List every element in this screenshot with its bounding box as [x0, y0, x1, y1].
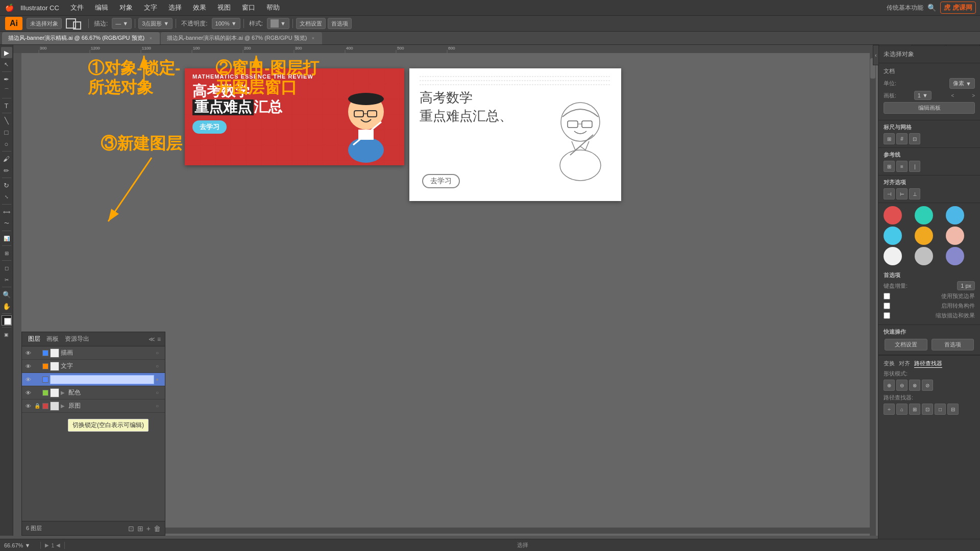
snap-bounds-checkbox[interactable] — [884, 293, 890, 299]
swatch-salmon[interactable] — [946, 227, 964, 245]
layer-target-original[interactable]: ○ — [156, 403, 163, 409]
site-logo-btn[interactable]: 虎 虎课网 — [940, 2, 976, 14]
tool-eraser[interactable]: ◻ — [1, 262, 12, 273]
swatch-lavender[interactable] — [946, 247, 964, 265]
align-right[interactable]: ⊥ — [909, 188, 920, 199]
prefs-btn[interactable]: 首选项 — [328, 18, 352, 29]
layer-target-draw[interactable]: ○ — [156, 350, 163, 356]
swatch-cyan[interactable] — [884, 227, 902, 245]
tool-pencil[interactable]: ✏ — [1, 165, 12, 176]
stroke-dropdown[interactable]: —▼ — [112, 18, 132, 29]
layer-row-editing[interactable]: 👁 ● — [22, 373, 165, 386]
tool-pen[interactable]: ✒ — [1, 73, 12, 85]
search-icon[interactable]: 🔍 — [927, 4, 936, 12]
tool-ellipse[interactable]: ○ — [1, 138, 12, 149]
layer-eye-text[interactable]: 👁 — [24, 363, 32, 369]
layer-expand-palette[interactable]: ▶ — [61, 390, 67, 395]
menu-object[interactable]: 对象 — [114, 2, 138, 13]
align-center[interactable]: ⊢ — [896, 188, 908, 199]
pf-outline[interactable]: □ — [935, 404, 946, 415]
tool-hand[interactable]: ✋ — [1, 300, 12, 312]
pf-divide[interactable]: ÷ — [884, 404, 895, 415]
menu-edit[interactable]: 编辑 — [90, 2, 113, 13]
pf-trim[interactable]: ⌂ — [896, 404, 908, 415]
tab-pathfinder[interactable]: 路径查找器 — [914, 360, 942, 368]
scrollbar-vertical[interactable] — [870, 53, 876, 536]
doc-settings-btn[interactable]: 文档设置 — [296, 18, 326, 29]
layer-eye-editing[interactable]: 👁 — [24, 377, 32, 383]
keyboard-value[interactable]: 1 px — [957, 281, 975, 290]
tool-scissors[interactable]: ✂ — [1, 274, 12, 285]
menu-view[interactable]: 视图 — [212, 2, 236, 13]
edit-artboard-btn[interactable]: 编辑画板 — [884, 102, 975, 114]
swatch-teal[interactable] — [915, 206, 933, 224]
layer-row-palette[interactable]: 👁 ▶ 配色 ○ — [22, 386, 165, 399]
tab-transform[interactable]: 变换 — [884, 360, 895, 368]
layers-make-clip[interactable]: ⊡ — [128, 524, 134, 533]
style-dropdown[interactable]: ▼ — [267, 18, 289, 29]
tool-scale[interactable]: ⤡ — [1, 191, 12, 203]
layers-tab-layers[interactable]: 图层 — [26, 335, 42, 343]
tool-curvature[interactable]: ⌒ — [1, 85, 12, 96]
menu-text[interactable]: 文字 — [139, 2, 162, 13]
tab-close-1[interactable]: × — [310, 35, 316, 41]
pf-minus-back[interactable]: ⊟ — [947, 404, 959, 415]
shape-intersect[interactable]: ⊗ — [909, 380, 920, 391]
menu-help[interactable]: 帮助 — [261, 2, 285, 13]
quick-prefs[interactable]: 首选项 — [932, 339, 974, 350]
tool-warp[interactable]: 〜 — [1, 218, 12, 229]
layers-new-layer[interactable]: + — [146, 524, 151, 533]
tool-direct-select[interactable]: ↖ — [1, 59, 12, 70]
tab-align[interactable]: 对齐 — [899, 360, 910, 368]
quick-doc-settings[interactable]: 文档设置 — [885, 339, 927, 350]
layer-target-text[interactable]: ○ — [156, 363, 163, 369]
shape-dropdown[interactable]: 3点圆形▼ — [138, 18, 173, 29]
menu-file[interactable]: 文件 — [65, 2, 89, 13]
artboard-dropdown[interactable]: 1 ▼ — [914, 91, 932, 100]
tab-0[interactable]: 描边风-banner演示精稿.ai @ 66.67% (RGB/GPU 预览) … — [2, 32, 160, 44]
tool-zoom[interactable]: 🔍 — [1, 289, 12, 300]
swatch-blue[interactable] — [946, 206, 964, 224]
menu-select[interactable]: 选择 — [163, 2, 187, 13]
right-panel-collapse-btn[interactable]: ‹ — [873, 45, 879, 65]
ruler-icon-2[interactable]: # — [896, 133, 908, 144]
guide-icon-1[interactable]: ⊞ — [884, 161, 895, 172]
layer-row-original[interactable]: 👁 🔒 ▶ 原图 ○ — [22, 399, 165, 413]
zoom-display[interactable]: 66.67% ▼ — [4, 542, 30, 548]
layers-move-selection[interactable]: ⊞ — [137, 524, 143, 533]
opacity-input[interactable]: 100%▼ — [212, 18, 240, 29]
menu-effects[interactable]: 效果 — [188, 2, 211, 13]
menu-illustrator-cc[interactable]: Illustrator CC — [15, 3, 64, 13]
stroke-swatch[interactable] — [73, 21, 81, 30]
shape-unite[interactable]: ⊕ — [884, 380, 895, 391]
apple-menu[interactable]: 🍎 — [4, 3, 14, 13]
layers-collapse-btn[interactable]: ≪ — [149, 336, 155, 343]
tool-width[interactable]: ⟺ — [1, 206, 12, 217]
corner-widget-checkbox[interactable] — [884, 303, 890, 309]
fill-color-tool[interactable] — [2, 315, 12, 325]
layer-eye-draw[interactable]: 👁 — [24, 350, 32, 356]
layers-tab-export[interactable]: 资源导出 — [63, 335, 91, 343]
menu-window[interactable]: 窗口 — [237, 2, 260, 13]
layer-expand-original[interactable]: ▶ — [61, 403, 67, 409]
layer-row-text[interactable]: 👁 文字 ○ — [22, 360, 165, 373]
artboard-nav-prev[interactable]: < — [951, 93, 954, 98]
layer-row-draw[interactable]: 👁 描画 ○ — [22, 346, 165, 360]
pf-merge[interactable]: ⊞ — [909, 404, 920, 415]
align-left[interactable]: ⊣ — [884, 188, 895, 199]
ruler-icon-1[interactable]: ⊞ — [884, 133, 895, 144]
swatch-white[interactable] — [884, 247, 902, 265]
tool-shape[interactable]: □ — [1, 127, 12, 138]
tool-line[interactable]: ╲ — [1, 115, 12, 126]
tool-rotate[interactable]: ↻ — [1, 180, 12, 191]
guide-icon-3[interactable]: ∣ — [909, 161, 920, 172]
layer-name-input-editing[interactable] — [50, 375, 154, 384]
ruler-icon-3[interactable]: ⊡ — [909, 133, 920, 144]
tool-select[interactable]: ▶ — [1, 47, 12, 58]
layers-tab-artboards[interactable]: 画板 — [44, 335, 61, 343]
tool-type[interactable]: T — [1, 100, 12, 111]
swatch-gray[interactable] — [915, 247, 933, 265]
layers-menu-btn[interactable]: ≡ — [157, 336, 161, 343]
tool-draw-normal[interactable]: ▣ — [1, 329, 12, 340]
layers-delete-layer[interactable]: 🗑 — [154, 524, 161, 533]
